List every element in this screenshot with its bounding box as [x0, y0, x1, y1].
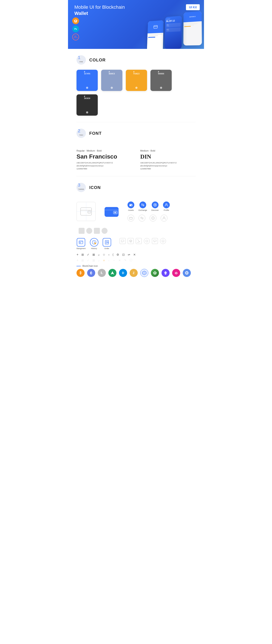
extra-icons-right	[78, 228, 108, 234]
small-icons-row-2: + ⊞ ✓ ⊠ ⌕ ★ ‹ ↔ ✕ ↷ ⓘ	[76, 258, 196, 262]
svg-rect-20	[79, 241, 83, 244]
swatch-slate: #8DA0C8	[101, 70, 122, 91]
svg-rect-21	[79, 242, 83, 242]
svg-rect-11	[130, 204, 132, 206]
sf-lowercase: abcdefghijklmnopqrstuvwxyz	[76, 165, 132, 167]
hero-section: Mobile UI for Blockchain Wallet UI Kit P…	[68, 0, 204, 49]
tab-icons-group: Assets Exchange	[128, 202, 170, 222]
photoshop-icon: Ps	[72, 26, 79, 32]
list-icon-faded: ⊞	[82, 259, 84, 262]
plus-icon: +	[76, 253, 78, 256]
svg-rect-8	[105, 210, 118, 210]
circle-icon	[144, 238, 150, 244]
svg-rect-12	[131, 205, 132, 206]
hero-title-bold: Wallet	[74, 11, 88, 16]
exchange-outline-icon	[138, 215, 145, 222]
profile-label: Profile	[164, 209, 169, 211]
management-icon: Mangment	[76, 238, 86, 250]
wallet-blue-icon	[102, 202, 121, 221]
check-icon-faded: ✓	[87, 259, 90, 262]
bitcoin-icon: ₿	[76, 269, 84, 277]
svg-marker-33	[91, 273, 92, 275]
exchange-tab-icon: Exchange	[138, 202, 147, 211]
info-icon-faded: ⓘ	[130, 258, 132, 262]
icon-main-area: Assets Exchange	[68, 199, 204, 283]
discover-label: Discover	[151, 209, 159, 211]
color-section-header: 1 ONE COLOR	[76, 55, 196, 64]
stack-icon	[128, 238, 134, 244]
svg-point-18	[152, 218, 154, 219]
din-name: DIN	[140, 153, 196, 160]
icon-main-row: Assets Exchange	[76, 202, 196, 234]
svg-marker-34	[90, 273, 91, 275]
small-icons-row-1: + ⊞ ✓ ⊠ ⌕ ☆ ‹ ⟨ ⚙ ⊡ ⇌ ✕	[76, 253, 196, 256]
extra-icon-2	[86, 228, 92, 234]
swatch-orange: #F5A623	[126, 70, 147, 91]
info-icon: i	[160, 238, 166, 244]
profile-icon-circle	[163, 202, 170, 208]
tab-icons-row-1: Assets Exchange	[128, 202, 170, 211]
blue-coin-icon	[183, 269, 191, 277]
history-icon-circle	[90, 238, 98, 246]
tab-icons-row-2	[128, 215, 170, 222]
svg-point-17	[152, 216, 154, 220]
management-icon-box	[77, 238, 85, 246]
assets-tab-icon: Assets	[128, 202, 134, 211]
icon-section-label: ICON	[89, 185, 101, 190]
icon-section-title: 3 THREE ICON	[76, 183, 196, 192]
extra-icon-4	[102, 228, 108, 234]
din-numerals: 1234567890	[140, 168, 196, 170]
search-icon-faded: ⌕	[98, 259, 100, 262]
svg-text:i: i	[163, 240, 163, 242]
hero-title: Mobile UI for Blockchain Wallet	[74, 4, 134, 16]
discover-tab-icon: Discover	[151, 202, 159, 211]
litecoin-icon: Ł	[98, 269, 106, 277]
close-icon: ✕	[133, 253, 136, 256]
management-label: Mangment	[76, 248, 86, 250]
svg-point-26	[146, 240, 148, 242]
matic-icon	[172, 269, 180, 277]
svg-rect-2	[154, 26, 158, 28]
hero-title-text: Mobile UI for Blockchain	[74, 4, 125, 10]
x-icon-faded: ✕	[118, 259, 121, 262]
crypto-icons-row: ₿ Ł D Z	[76, 269, 196, 277]
svg-marker-35	[111, 271, 114, 274]
icon-section-number: 3 THREE	[76, 183, 86, 192]
screens-badge: 60+ Screens	[72, 34, 79, 40]
discover-outline-icon	[150, 215, 156, 222]
history-icon: History	[90, 238, 98, 250]
swatch-blue: #3574FA	[76, 70, 98, 91]
svg-rect-16	[130, 217, 132, 219]
svg-marker-37	[143, 272, 146, 274]
blockchain-line	[76, 266, 81, 266]
star-icon: ☆	[103, 253, 106, 256]
svg-point-10	[114, 212, 116, 213]
list-icon: ⊞	[82, 253, 84, 256]
crystal-icon	[162, 269, 170, 277]
dash-icon: D	[119, 269, 127, 277]
extra-icons-row1	[78, 228, 108, 234]
zcash-icon: Z	[130, 269, 138, 277]
assets-outline-icon	[128, 215, 134, 222]
color-section: 1 ONE COLOR #3574FA #8DA0C8 #F5A623 #666…	[68, 49, 204, 122]
exchange-label: Exchange	[138, 209, 147, 211]
grid-icon-faded: ⊠	[92, 259, 95, 262]
augur-icon	[151, 269, 159, 277]
blockchain-coin-icon	[140, 269, 148, 277]
wallet-wireframe-icon	[76, 202, 96, 221]
color-section-number: 1 ONE	[76, 55, 86, 64]
din-style-label: Medium · Bold	[140, 150, 196, 152]
waves-icon	[108, 269, 116, 277]
order-icon-box	[103, 238, 111, 246]
swap-icon: ⇌	[128, 253, 130, 256]
blockchain-text: BlockChain Icon	[82, 265, 98, 267]
swatch-gray: #666666	[150, 70, 172, 91]
font-section-header: 2 TWO FONT	[76, 128, 196, 138]
arrows-icon-faded: ↔	[112, 259, 116, 262]
phone-mock-3: 6,297,502.12	[184, 11, 202, 46]
order-label: Order	[104, 248, 109, 250]
svg-point-14	[154, 204, 156, 206]
discover-icon-circle	[152, 202, 158, 208]
font-section-number: 2 TWO	[76, 128, 86, 138]
hero-icons: Ps 60+ Screens	[72, 18, 79, 40]
